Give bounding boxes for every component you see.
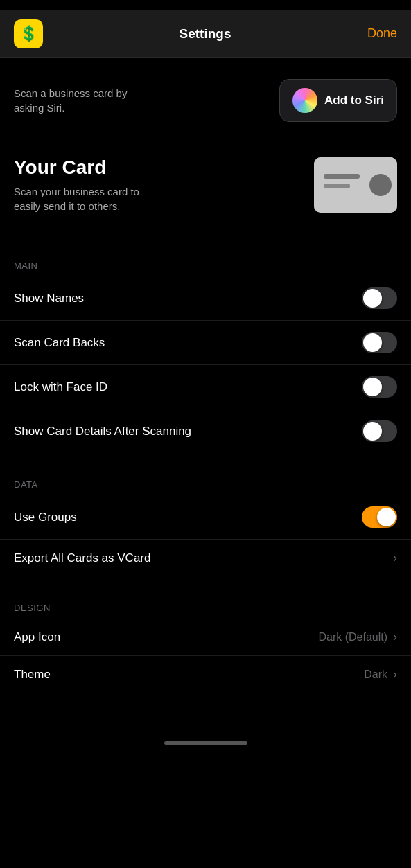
export-cards-chevron-icon: › bbox=[393, 551, 397, 565]
your-card-info: Your Card Scan your business card to eas… bbox=[14, 157, 166, 213]
header: 💲 Settings Done bbox=[0, 10, 411, 58]
design-section: DESIGN App Icon Dark (Default) › Theme D… bbox=[0, 590, 411, 693]
scan-card-backs-row: Scan Card Backs bbox=[0, 321, 411, 365]
use-groups-row: Use Groups bbox=[0, 495, 411, 540]
bottom-spacer bbox=[0, 693, 411, 734]
export-cards-row[interactable]: Export All Cards as VCard › bbox=[0, 540, 411, 576]
data-section: DATA Use Groups Export All Cards as VCar… bbox=[0, 467, 411, 576]
lock-face-id-toggle[interactable] bbox=[362, 376, 397, 398]
lock-face-id-label: Lock with Face ID bbox=[14, 380, 107, 394]
design-section-header: DESIGN bbox=[0, 590, 411, 619]
show-names-label: Show Names bbox=[14, 292, 84, 305]
show-names-toggle-knob bbox=[363, 289, 382, 308]
svg-rect-1 bbox=[324, 174, 360, 179]
section-divider-1 bbox=[0, 453, 411, 467]
your-card-description: Scan your business card to easily send i… bbox=[14, 184, 166, 213]
home-indicator bbox=[0, 734, 411, 749]
theme-value: Dark bbox=[364, 668, 387, 681]
show-names-toggle[interactable] bbox=[362, 287, 397, 309]
app-icon-row[interactable]: App Icon Dark (Default) › bbox=[0, 619, 411, 656]
card-icon-svg bbox=[314, 157, 397, 213]
app-icon-label: App Icon bbox=[14, 630, 60, 644]
lock-face-id-row: Lock with Face ID bbox=[0, 365, 411, 409]
lock-face-id-toggle-knob bbox=[363, 378, 382, 396]
siri-section: Scan a business card by asking Siri. Add… bbox=[0, 58, 411, 143]
export-cards-label: Export All Cards as VCard bbox=[14, 551, 150, 565]
siri-description: Scan a business card by asking Siri. bbox=[14, 86, 152, 115]
use-groups-toggle-knob bbox=[377, 508, 396, 526]
siri-button-label: Add to Siri bbox=[324, 94, 384, 107]
svg-rect-2 bbox=[324, 184, 350, 188]
page-title: Settings bbox=[180, 26, 231, 42]
main-section: MAIN Show Names Scan Card Backs Lock wit… bbox=[0, 248, 411, 453]
done-button[interactable]: Done bbox=[367, 26, 397, 41]
app-icon-right: Dark (Default) › bbox=[318, 630, 397, 644]
section-divider-top bbox=[0, 234, 411, 248]
show-card-details-row: Show Card Details After Scanning bbox=[0, 409, 411, 453]
app-icon-chevron-icon: › bbox=[393, 630, 397, 644]
theme-label: Theme bbox=[14, 668, 51, 682]
data-section-header: DATA bbox=[0, 467, 411, 495]
show-card-details-label: Show Card Details After Scanning bbox=[14, 425, 191, 439]
status-bar bbox=[0, 0, 411, 10]
theme-right: Dark › bbox=[364, 667, 397, 682]
use-groups-toggle[interactable] bbox=[362, 506, 397, 528]
add-to-siri-button[interactable]: Add to Siri bbox=[279, 79, 397, 122]
scan-card-backs-label: Scan Card Backs bbox=[14, 336, 105, 350]
siri-orb-icon bbox=[292, 88, 317, 113]
your-card-title: Your Card bbox=[14, 157, 166, 179]
card-icon[interactable] bbox=[314, 157, 397, 213]
use-groups-label: Use Groups bbox=[14, 511, 77, 524]
show-card-details-toggle-knob bbox=[363, 422, 382, 441]
app-icon-value: Dark (Default) bbox=[318, 631, 387, 644]
svg-point-3 bbox=[369, 174, 392, 196]
main-section-header: MAIN bbox=[0, 248, 411, 276]
theme-chevron-icon: › bbox=[393, 667, 397, 682]
home-bar bbox=[164, 741, 247, 745]
theme-row[interactable]: Theme Dark › bbox=[0, 656, 411, 693]
scan-card-backs-toggle-knob bbox=[363, 333, 382, 352]
show-names-row: Show Names bbox=[0, 276, 411, 321]
show-card-details-toggle[interactable] bbox=[362, 420, 397, 442]
app-logo: 💲 bbox=[14, 19, 43, 48]
your-card-section: Your Card Scan your business card to eas… bbox=[0, 143, 411, 234]
section-divider-2 bbox=[0, 576, 411, 590]
export-cards-right: › bbox=[393, 551, 397, 565]
logo-symbol: 💲 bbox=[19, 25, 38, 43]
scan-card-backs-toggle[interactable] bbox=[362, 332, 397, 353]
